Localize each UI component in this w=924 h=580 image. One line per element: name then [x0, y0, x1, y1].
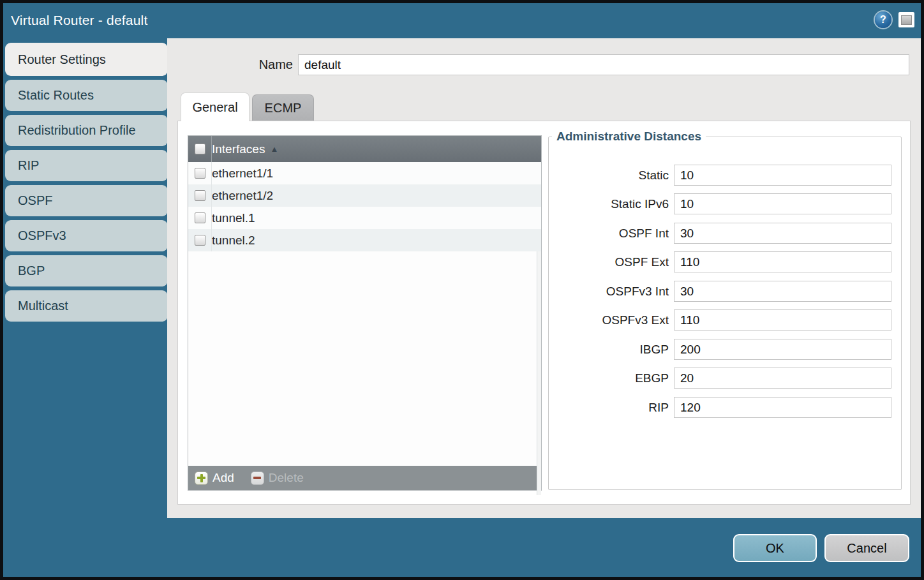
table-empty-area: [188, 251, 541, 466]
tab-ecmp[interactable]: ECMP: [252, 94, 314, 121]
add-button-label: Add: [212, 471, 234, 485]
sidebar-item-redistribution-profile[interactable]: Redistribution Profile: [5, 115, 168, 146]
ospfv3-int-input[interactable]: [674, 281, 891, 302]
static-ipv6-input[interactable]: [674, 193, 891, 214]
sidebar-item-label: Redistribution Profile: [18, 123, 136, 138]
ospfv3-ext-input[interactable]: [674, 309, 891, 331]
admin-distance-row: EBGP: [549, 368, 901, 389]
ok-button-label: OK: [766, 541, 784, 556]
ospf-int-label: OSPF Int: [549, 223, 669, 244]
ibgp-input[interactable]: [674, 339, 891, 360]
sidebar-item-router-settings[interactable]: Router Settings: [5, 43, 168, 76]
minus-icon: [251, 472, 264, 485]
select-all-checkbox[interactable]: [195, 144, 205, 154]
sidebar-item-multicast[interactable]: Multicast: [5, 290, 168, 322]
sidebar-item-static-routes[interactable]: Static Routes: [5, 80, 168, 111]
ospfv3-ext-label: OSPFv3 Ext: [549, 309, 669, 331]
interface-name: tunnel.1: [212, 211, 255, 225]
maximize-icon[interactable]: [898, 12, 914, 27]
interfaces-column-header[interactable]: Interfaces ▲: [188, 136, 541, 162]
name-field-label: Name: [167, 57, 293, 72]
rip-label: RIP: [549, 397, 669, 418]
cancel-button[interactable]: Cancel: [824, 534, 909, 562]
sidebar-item-label: Multicast: [18, 299, 68, 313]
table-row[interactable]: tunnel.2: [188, 229, 541, 251]
admin-distance-row: Static: [549, 165, 901, 186]
table-scrollbar[interactable]: [537, 251, 541, 495]
admin-distance-row: OSPF Ext: [549, 251, 901, 272]
admin-distance-row: OSPFv3 Int: [549, 281, 901, 302]
row-checkbox[interactable]: [195, 168, 205, 179]
dialog-title: Virtual Router - default: [11, 13, 148, 28]
interfaces-table: Interfaces ▲ ethernet1/1 ethernet1/2 tun…: [188, 135, 542, 491]
ebgp-input[interactable]: [674, 368, 891, 389]
interface-name: tunnel.2: [212, 234, 255, 248]
static-label: Static: [549, 165, 669, 186]
sidebar-item-label: Static Routes: [18, 88, 94, 103]
row-checkbox[interactable]: [195, 235, 205, 246]
sort-ascending-icon: ▲: [270, 144, 278, 154]
sidebar-item-label: Router Settings: [18, 52, 106, 67]
table-row[interactable]: ethernet1/1: [188, 162, 541, 184]
tab-label: ECMP: [265, 101, 302, 115]
delete-button-label: Delete: [269, 471, 304, 485]
rip-input[interactable]: [674, 397, 891, 418]
cancel-button-label: Cancel: [847, 541, 886, 556]
help-icon[interactable]: ?: [875, 11, 891, 28]
static-ipv6-label: Static IPv6: [549, 193, 669, 214]
table-row[interactable]: tunnel.1: [188, 207, 541, 229]
sidebar-item-bgp[interactable]: BGP: [5, 255, 168, 286]
row-checkbox[interactable]: [195, 190, 205, 201]
static-input[interactable]: [674, 165, 891, 186]
table-row[interactable]: ethernet1/2: [188, 184, 541, 207]
admin-distance-row: Static IPv6: [549, 193, 901, 214]
name-input[interactable]: [298, 54, 909, 75]
sidebar-item-label: OSPF: [18, 193, 52, 208]
row-checkbox[interactable]: [195, 212, 205, 223]
tab-general[interactable]: General: [181, 93, 250, 121]
admin-distance-row: RIP: [549, 397, 901, 418]
sidebar: Router Settings Static Routes Redistribu…: [5, 43, 168, 325]
general-tab-panel: Interfaces ▲ ethernet1/1 ethernet1/2 tun…: [177, 121, 911, 505]
interface-name: ethernet1/2: [212, 189, 273, 203]
administrative-distances-title: Administrative Distances: [552, 130, 706, 144]
ibgp-label: IBGP: [549, 339, 669, 360]
sidebar-item-ospf[interactable]: OSPF: [5, 185, 168, 216]
delete-button[interactable]: Delete: [251, 471, 304, 485]
ospfv3-int-label: OSPFv3 Int: [549, 281, 669, 302]
admin-distance-row: OSPFv3 Ext: [549, 309, 901, 331]
sidebar-item-label: RIP: [18, 158, 39, 173]
table-footer: Add Delete: [188, 466, 541, 490]
tab-label: General: [192, 100, 237, 115]
ospf-int-input[interactable]: [674, 223, 891, 244]
ospf-ext-label: OSPF Ext: [549, 251, 669, 272]
plus-icon: [195, 472, 208, 485]
interfaces-header-label: Interfaces: [212, 142, 265, 156]
virtual-router-dialog: Virtual Router - default ? Router Settin…: [3, 3, 921, 577]
interface-name: ethernet1/1: [212, 167, 273, 181]
sidebar-item-ospfv3[interactable]: OSPFv3: [5, 220, 168, 251]
router-settings-panel: Name General ECMP Interfaces ▲ ethernet1…: [167, 38, 921, 518]
add-button[interactable]: Add: [195, 471, 234, 485]
title-bar: Virtual Router - default ?: [3, 3, 921, 38]
admin-distance-row: OSPF Int: [549, 223, 901, 244]
help-icon-glyph: ?: [880, 14, 886, 26]
administrative-distances-group: Administrative Distances Static Static I…: [548, 130, 902, 490]
ok-button[interactable]: OK: [733, 534, 817, 562]
ospf-ext-input[interactable]: [674, 251, 891, 272]
sidebar-item-label: OSPFv3: [18, 228, 66, 243]
sidebar-item-label: BGP: [18, 264, 45, 278]
maximize-icon-inner: [901, 15, 912, 25]
ebgp-label: EBGP: [549, 368, 669, 389]
admin-distance-row: IBGP: [549, 339, 901, 360]
sidebar-item-rip[interactable]: RIP: [5, 150, 168, 181]
